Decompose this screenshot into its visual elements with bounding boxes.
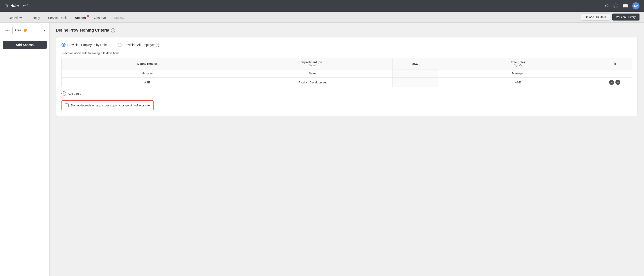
main-layout: adra Adra i ⋮ Add Access Define Provisio… bbox=[0, 23, 644, 276]
tab-observe[interactable]: Observe bbox=[90, 14, 110, 22]
sidebar: adra Adra i ⋮ Add Access bbox=[0, 23, 50, 276]
provision-all-radio[interactable] bbox=[118, 43, 122, 47]
row-2-and bbox=[392, 78, 438, 87]
col-header-title: Title (title) Equals bbox=[438, 58, 598, 69]
col-header-role: Define Role(s) bbox=[62, 58, 233, 69]
add-rule-label: Add a rule bbox=[68, 92, 81, 95]
col-header-and: AND bbox=[392, 58, 438, 69]
remove-row-button[interactable]: − bbox=[609, 80, 614, 85]
book-icon[interactable]: 📖 bbox=[622, 3, 628, 9]
row-2-actions: − + bbox=[598, 78, 632, 87]
tab-bar: Overview Identity Service Desk Access Ob… bbox=[0, 12, 644, 23]
add-access-button[interactable]: Add Access bbox=[3, 41, 46, 49]
provision-all-label: Provision All Employee(s) bbox=[124, 43, 159, 47]
add-rule-icon: + bbox=[62, 91, 66, 96]
rules-table-wrapper: Define Role(s) Department (de... Equals … bbox=[62, 58, 632, 87]
row-1-and bbox=[392, 69, 438, 78]
col-header-department: Department (de... Equals bbox=[233, 58, 392, 69]
deprovision-label: Do not deprovision app access upon chang… bbox=[71, 104, 150, 107]
provision-all-option[interactable]: Provision All Employee(s) bbox=[118, 43, 159, 47]
sidebar-info-icon: i bbox=[24, 29, 27, 32]
delete-all-button[interactable]: 🗑 bbox=[612, 61, 618, 66]
home-icon[interactable]: ⊞ bbox=[4, 4, 8, 8]
tab-access[interactable]: Access bbox=[71, 14, 90, 22]
deprovision-checkbox[interactable] bbox=[65, 103, 69, 107]
sidebar-more-button[interactable]: ⋮ bbox=[42, 28, 46, 33]
row-1-actions bbox=[598, 69, 632, 78]
row-1-title: Manager bbox=[438, 69, 598, 78]
provisioning-card: Provision Employee by Role Provision All… bbox=[56, 37, 638, 116]
row-2-department: Product Development bbox=[233, 78, 392, 87]
nav-right: ⚙ 🎧 📖 SP bbox=[605, 2, 640, 10]
sidebar-logo-area: adra Adra i bbox=[3, 26, 27, 34]
sidebar-header: adra Adra i ⋮ bbox=[3, 26, 46, 37]
access-tab-badge bbox=[87, 15, 89, 17]
draft-badge: Draft bbox=[22, 4, 28, 8]
provision-subtitle: Provision users with following rule defi… bbox=[62, 51, 632, 55]
sidebar-logo: adra bbox=[3, 26, 12, 34]
add-row-button[interactable]: + bbox=[616, 80, 620, 85]
table-row: ASE Product Development ASE − + bbox=[62, 78, 632, 87]
tab-service-desk[interactable]: Service Desk bbox=[44, 14, 71, 22]
provision-by-role-radio[interactable] bbox=[62, 43, 66, 47]
table-row: Manager Sales Manager bbox=[62, 69, 632, 78]
settings-icon[interactable]: ⚙ bbox=[605, 3, 609, 9]
row-2-role: ASE bbox=[62, 78, 233, 87]
row-2-action-buttons: − + bbox=[602, 80, 628, 85]
provision-by-role-label: Provision Employee by Role bbox=[67, 43, 107, 47]
avatar[interactable]: SP bbox=[632, 2, 640, 10]
provision-by-role-option[interactable]: Provision Employee by Role bbox=[62, 43, 107, 47]
radio-row: Provision Employee by Role Provision All… bbox=[62, 43, 632, 47]
headset-icon[interactable]: 🎧 bbox=[613, 3, 618, 9]
rules-table: Define Role(s) Department (de... Equals … bbox=[62, 58, 632, 87]
row-2-title: ASE bbox=[438, 78, 598, 87]
row-1-role: Manager bbox=[62, 69, 233, 78]
content-area: Define Provisioning Criteria ? Provision… bbox=[50, 23, 644, 276]
tab-identity[interactable]: Identity bbox=[26, 14, 44, 22]
tab-bar-actions: Upload HR Data Version History bbox=[581, 14, 640, 22]
col-header-actions: 🗑 bbox=[598, 58, 632, 69]
deprovision-checkbox-row[interactable]: Do not deprovision app access upon chang… bbox=[62, 100, 154, 110]
add-rule-row[interactable]: + Add a rule bbox=[62, 91, 632, 96]
sidebar-app-label: Adra bbox=[14, 28, 21, 32]
row-1-department: Sales bbox=[233, 69, 392, 78]
table-header-row: Define Role(s) Department (de... Equals … bbox=[62, 58, 632, 69]
nav-left: ⊞ Adra Draft bbox=[4, 4, 28, 8]
version-history-button[interactable]: Version History bbox=[612, 14, 640, 21]
top-navigation: ⊞ Adra Draft ⚙ 🎧 📖 SP bbox=[0, 0, 644, 12]
tab-overview[interactable]: Overview bbox=[4, 14, 26, 22]
help-icon[interactable]: ? bbox=[111, 28, 115, 33]
app-name: Adra bbox=[10, 4, 19, 8]
section-title: Define Provisioning Criteria ? bbox=[56, 28, 638, 33]
tab-review: Review bbox=[110, 14, 128, 22]
upload-hr-data-button[interactable]: Upload HR Data bbox=[581, 14, 610, 21]
